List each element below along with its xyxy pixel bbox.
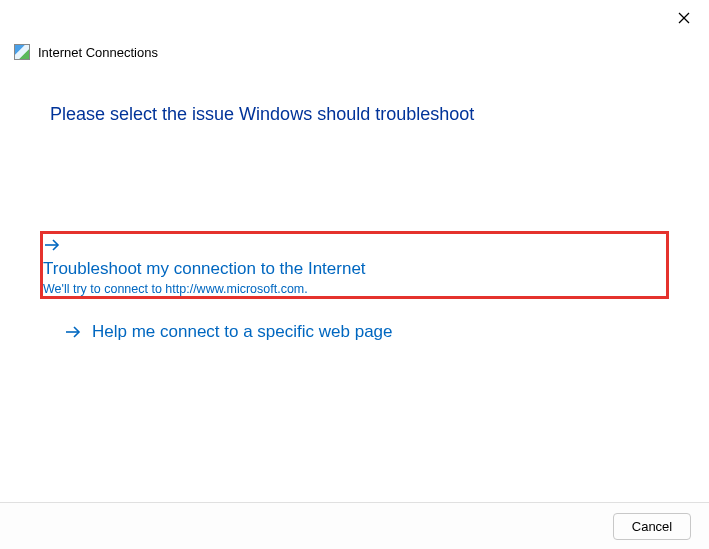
footer: Cancel <box>0 502 709 549</box>
option-title: Troubleshoot my connection to the Intern… <box>43 258 366 280</box>
option-troubleshoot-internet[interactable]: Troubleshoot my connection to the Intern… <box>40 231 669 299</box>
page-heading: Please select the issue Windows should t… <box>50 104 659 125</box>
options-list: Troubleshoot my connection to the Intern… <box>50 231 659 357</box>
close-button[interactable] <box>669 3 699 33</box>
main-content: Please select the issue Windows should t… <box>0 62 709 357</box>
cancel-button[interactable]: Cancel <box>613 513 691 540</box>
titlebar <box>0 0 709 36</box>
close-icon <box>678 12 690 24</box>
option-specific-webpage[interactable]: Help me connect to a specific web page <box>50 309 659 357</box>
header: Internet Connections <box>0 36 709 62</box>
app-icon <box>14 44 30 60</box>
arrow-right-icon <box>43 236 61 254</box>
window-title: Internet Connections <box>38 45 158 60</box>
option-subtitle: We'll try to connect to http://www.micro… <box>43 282 366 296</box>
arrow-right-icon <box>64 323 82 341</box>
option-title: Help me connect to a specific web page <box>92 321 393 343</box>
